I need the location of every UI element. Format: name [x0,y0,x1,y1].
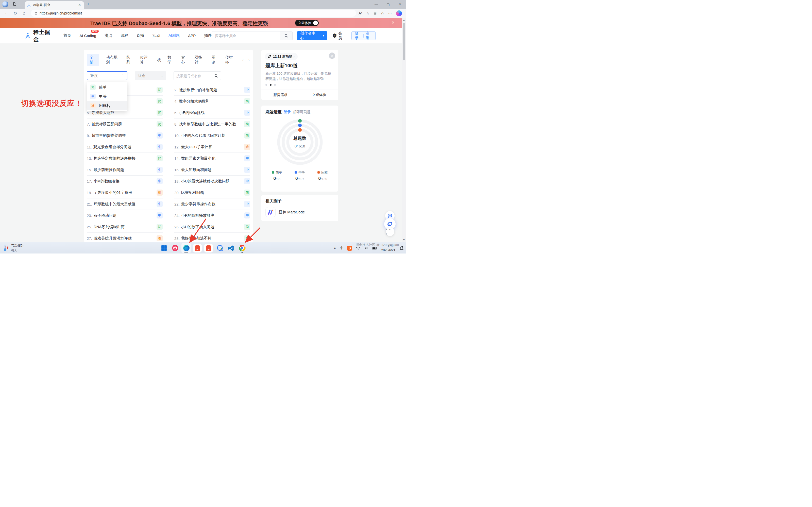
browser-profile-avatar[interactable] [2,1,8,7]
screenshot-app-button[interactable] [170,242,181,253]
tray-expand-icon[interactable]: ∧ [334,246,336,250]
taskbar-weather[interactable]: 气温骤升 明天 [3,243,24,252]
vip-link[interactable]: 会员 [332,31,345,41]
carousel-dot-active[interactable] [270,84,272,86]
home-icon[interactable]: ⌂ [20,11,28,16]
close-button[interactable]: ✕ [394,0,406,9]
problem-row[interactable]: 4.数字分组求偶数和简 [174,96,250,107]
more-widgets-button[interactable]: • • • [386,227,394,236]
problem-row[interactable]: 24.小R的随机播放顺序中 [174,210,250,221]
edge-taskbar-button[interactable] [181,242,192,253]
banner-cta-button[interactable]: 立即体验 → [295,20,319,26]
creator-center-button[interactable]: 创作者中心 ▼ [297,31,327,40]
problem-row[interactable]: 22.最少字符串操作次数中 [174,199,250,210]
option-easy[interactable]: 简 简单 [87,83,127,92]
try-now-button[interactable]: 立即体验 [300,93,338,97]
register-label[interactable]: 注册 [366,31,372,40]
maximize-button[interactable]: ▢ [382,0,394,9]
problem-row[interactable]: 21.环形数组中的最大贡献值中 [87,199,163,210]
red-app-1-button[interactable] [192,242,203,253]
sogou-icon[interactable]: S [347,246,352,251]
notification-bell-icon[interactable] [399,246,404,250]
red-app-2-button[interactable] [203,242,214,253]
chat-app-button[interactable] [214,242,225,253]
carousel-dot[interactable] [274,84,276,86]
problem-row[interactable]: 13.构造特定数组的逆序拼接简 [87,153,163,164]
address-bar[interactable]: https://juejin.cn/problemset [31,10,356,17]
minimize-button[interactable]: — [370,0,382,9]
problem-row[interactable]: 10.小F的永久代币卡回本计划简 [174,130,250,142]
read-aloud-icon[interactable]: A⁾ [358,11,362,15]
problem-row[interactable]: 15.最少前缀操作问题中 [87,164,163,176]
tab-greedy[interactable]: 贪心 [181,55,188,65]
collections-icon[interactable]: ⊞ [374,11,377,15]
nav-plugins[interactable]: 插件 [204,33,212,38]
nav-pins[interactable]: 沸点 [105,33,112,38]
header-search-input[interactable] [212,34,280,38]
start-button[interactable] [158,242,170,253]
vscode-button[interactable] [225,242,236,253]
problem-row[interactable]: 14.数组元素之和最小化中 [174,153,250,164]
problem-row[interactable]: 17.小M的数组变换中 [87,176,163,187]
nav-app[interactable]: APP [188,34,196,38]
tab-dp[interactable]: 动态规划 [106,55,120,65]
chrome-button[interactable] [236,242,248,253]
tab-graph[interactable]: 图论 [212,55,219,65]
juejin-logo[interactable]: 稀土掘金 [24,29,54,43]
tab-queue[interactable]: 队列 [126,55,133,65]
nav-ai-problems[interactable]: AI刷题 [169,33,180,38]
promo-close-icon[interactable]: ✕ [329,53,335,59]
tab-all[interactable]: 全部 [87,54,99,66]
scroll-down-icon[interactable]: ▼ [402,238,406,241]
banner-close-icon[interactable]: ✕ [392,20,395,25]
circle-item[interactable]: 豆包 MarsCode [266,207,334,217]
problem-row[interactable]: 20.比赛配对问题简 [174,187,250,199]
tabs-next-icon[interactable]: › [248,58,250,62]
scroll-up-icon[interactable]: ▲ [402,19,406,21]
problem-row[interactable]: 9.超市里的货物架调整中 [87,130,163,142]
problem-row[interactable]: 6.小E的怪物挑战中 [174,107,250,118]
problem-search-input[interactable] [176,74,214,78]
wifi-icon[interactable] [356,246,360,250]
tab-stack[interactable]: 栈 [157,58,161,62]
login-label[interactable]: 登录 [355,31,361,40]
problem-row[interactable]: 18.小U的最大连续移动次数问题中 [174,176,250,187]
volume-icon[interactable] [364,246,368,250]
tab-close-icon[interactable]: ✕ [77,3,82,7]
browser-tab[interactable]: AI刷题-掘金 ✕ [24,1,84,9]
feedback-button[interactable]: 想提需求 [262,93,300,97]
nav-events[interactable]: 活动 [153,33,160,38]
problem-row[interactable]: 12.最大UCC子串计算难 [174,142,250,153]
new-tab-button[interactable]: + [87,1,90,7]
favorites-bar-icon[interactable]: ✩ [381,11,384,15]
problem-row[interactable]: 19.字典序最小的01字符串难 [87,187,163,199]
refresh-icon[interactable]: ⟳ [11,11,20,16]
search-icon[interactable] [280,32,292,40]
problem-row[interactable]: 8.找出整型数组中占比超过一半的数简 [174,118,250,130]
page-scrollbar[interactable]: ▲ ▼ [402,18,406,242]
option-hard[interactable]: 难 困难 [87,101,127,110]
favorite-icon[interactable]: ☆ [366,11,369,15]
browser-menu-icon[interactable]: ⋯ [388,11,392,15]
ime-indicator[interactable]: 中 [340,246,343,250]
nav-home[interactable]: 首页 [63,33,71,38]
chevron-down-icon[interactable]: ▼ [320,34,327,37]
copilot-icon[interactable] [396,10,402,16]
nav-ai-coding[interactable]: AI Coding NEW [79,34,96,38]
problem-row[interactable]: 25.DNA序列编辑距离简 [87,221,163,233]
battery-icon[interactable] [372,247,377,250]
carousel-dot[interactable] [266,84,267,86]
problem-row[interactable]: 11.观光景点组合得分问题中 [87,142,163,153]
difficulty-select[interactable]: 难度 ⌃ [87,71,127,80]
tab-chuanzhi[interactable]: 传智杯 [225,55,236,65]
header-search[interactable] [212,31,293,40]
promo-badge[interactable]: 12.12 新功能 › [265,53,298,60]
problem-row[interactable]: 16.最大矩形面积问题中 [174,164,250,176]
problem-search[interactable] [174,71,221,80]
problem-row[interactable]: 2.徒步旅行中的补给问题中 [174,84,250,96]
scrollbar-thumb[interactable] [403,23,405,60]
tab-math[interactable]: 数学 [168,55,174,65]
login-register-button[interactable]: 登录 注册 [351,32,375,40]
problem-row[interactable]: 23.石子移动问题中 [87,210,163,221]
status-select[interactable]: 状态 ⌄ [135,71,166,80]
